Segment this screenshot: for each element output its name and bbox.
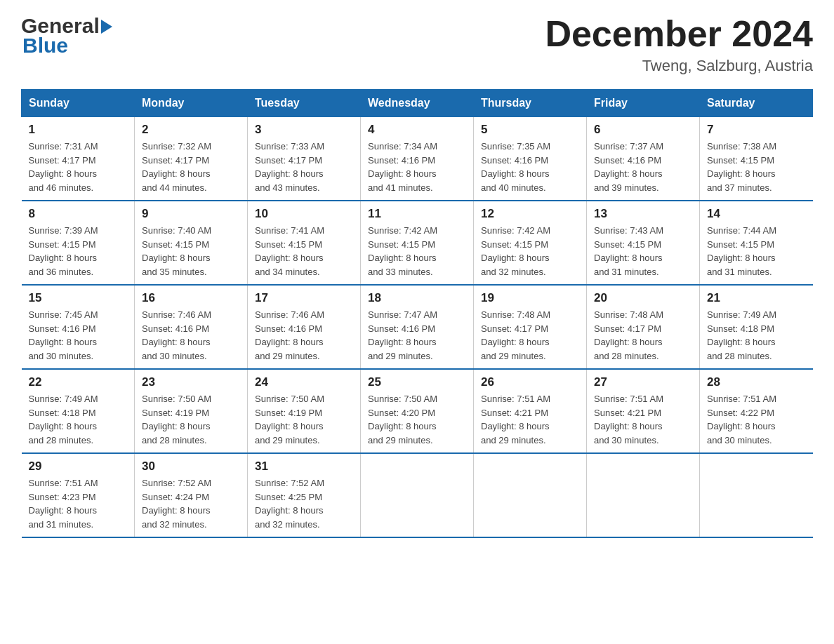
day-number: 17 [255, 291, 353, 305]
calendar-cell: 24 Sunrise: 7:50 AMSunset: 4:19 PMDaylig… [248, 369, 361, 453]
header-wednesday: Wednesday [361, 90, 474, 117]
day-number: 28 [707, 375, 806, 389]
day-info: Sunrise: 7:48 AMSunset: 4:17 PMDaylight:… [481, 309, 550, 361]
day-number: 20 [594, 291, 692, 305]
calendar-cell: 5 Sunrise: 7:35 AMSunset: 4:16 PMDayligh… [474, 117, 587, 201]
calendar-cell: 12 Sunrise: 7:42 AMSunset: 4:15 PMDaylig… [474, 201, 587, 285]
day-info: Sunrise: 7:37 AMSunset: 4:16 PMDaylight:… [594, 141, 663, 193]
day-number: 19 [481, 291, 579, 305]
header-saturday: Saturday [700, 90, 813, 117]
logo-blue-text: Blue [21, 34, 68, 58]
calendar-cell: 30 Sunrise: 7:52 AMSunset: 4:24 PMDaylig… [135, 453, 248, 537]
day-number: 12 [481, 207, 579, 221]
calendar-cell: 29 Sunrise: 7:51 AMSunset: 4:23 PMDaylig… [22, 453, 135, 537]
day-info: Sunrise: 7:49 AMSunset: 4:18 PMDaylight:… [29, 394, 98, 445]
day-number: 6 [594, 123, 692, 137]
day-number: 1 [29, 123, 128, 137]
day-info: Sunrise: 7:49 AMSunset: 4:18 PMDaylight:… [707, 309, 776, 361]
day-info: Sunrise: 7:50 AMSunset: 4:19 PMDaylight:… [255, 394, 324, 445]
day-info: Sunrise: 7:34 AMSunset: 4:16 PMDaylight:… [368, 141, 437, 193]
header-sunday: Sunday [22, 90, 135, 117]
day-info: Sunrise: 7:40 AMSunset: 4:15 PMDaylight:… [142, 225, 211, 277]
day-number: 29 [29, 459, 128, 474]
day-info: Sunrise: 7:51 AMSunset: 4:21 PMDaylight:… [594, 394, 663, 445]
day-number: 18 [368, 291, 466, 305]
day-number: 13 [594, 207, 692, 221]
day-number: 30 [142, 459, 240, 474]
calendar-week-5: 29 Sunrise: 7:51 AMSunset: 4:23 PMDaylig… [22, 453, 813, 537]
day-number: 31 [255, 459, 353, 474]
day-number: 2 [142, 123, 240, 137]
day-number: 7 [707, 123, 806, 137]
header-tuesday: Tuesday [248, 90, 361, 117]
day-info: Sunrise: 7:51 AMSunset: 4:23 PMDaylight:… [29, 478, 98, 530]
day-number: 16 [142, 291, 240, 305]
calendar-week-1: 1 Sunrise: 7:31 AMSunset: 4:17 PMDayligh… [22, 117, 813, 201]
day-info: Sunrise: 7:50 AMSunset: 4:20 PMDaylight:… [368, 394, 437, 445]
day-info: Sunrise: 7:43 AMSunset: 4:15 PMDaylight:… [594, 225, 663, 277]
day-number: 25 [368, 375, 466, 389]
day-info: Sunrise: 7:51 AMSunset: 4:21 PMDaylight:… [481, 394, 550, 445]
day-info: Sunrise: 7:44 AMSunset: 4:15 PMDaylight:… [707, 225, 776, 277]
calendar-cell: 4 Sunrise: 7:34 AMSunset: 4:16 PMDayligh… [361, 117, 474, 201]
day-number: 22 [29, 375, 128, 389]
calendar-cell: 28 Sunrise: 7:51 AMSunset: 4:22 PMDaylig… [700, 369, 813, 453]
calendar-cell: 1 Sunrise: 7:31 AMSunset: 4:17 PMDayligh… [22, 117, 135, 201]
day-info: Sunrise: 7:42 AMSunset: 4:15 PMDaylight:… [368, 225, 437, 277]
calendar-week-3: 15 Sunrise: 7:45 AMSunset: 4:16 PMDaylig… [22, 285, 813, 369]
day-info: Sunrise: 7:35 AMSunset: 4:16 PMDaylight:… [481, 141, 550, 193]
calendar-header-row: SundayMondayTuesdayWednesdayThursdayFrid… [22, 90, 813, 117]
day-info: Sunrise: 7:38 AMSunset: 4:15 PMDaylight:… [707, 141, 776, 193]
location-title: Tweng, Salzburg, Austria [545, 57, 813, 75]
calendar-cell [474, 453, 587, 537]
calendar-cell [587, 453, 700, 537]
calendar-week-4: 22 Sunrise: 7:49 AMSunset: 4:18 PMDaylig… [22, 369, 813, 453]
calendar-cell [700, 453, 813, 537]
calendar-cell: 18 Sunrise: 7:47 AMSunset: 4:16 PMDaylig… [361, 285, 474, 369]
header-monday: Monday [135, 90, 248, 117]
day-info: Sunrise: 7:47 AMSunset: 4:16 PMDaylight:… [368, 309, 437, 361]
calendar-cell: 16 Sunrise: 7:46 AMSunset: 4:16 PMDaylig… [135, 285, 248, 369]
calendar-cell: 13 Sunrise: 7:43 AMSunset: 4:15 PMDaylig… [587, 201, 700, 285]
day-number: 4 [368, 123, 466, 137]
calendar-cell: 15 Sunrise: 7:45 AMSunset: 4:16 PMDaylig… [22, 285, 135, 369]
calendar-table: SundayMondayTuesdayWednesdayThursdayFrid… [21, 89, 813, 538]
header-thursday: Thursday [474, 90, 587, 117]
day-number: 15 [29, 291, 128, 305]
calendar-cell: 11 Sunrise: 7:42 AMSunset: 4:15 PMDaylig… [361, 201, 474, 285]
calendar-cell: 2 Sunrise: 7:32 AMSunset: 4:17 PMDayligh… [135, 117, 248, 201]
header-friday: Friday [587, 90, 700, 117]
day-info: Sunrise: 7:39 AMSunset: 4:15 PMDaylight:… [29, 225, 98, 277]
calendar-cell [361, 453, 474, 537]
day-info: Sunrise: 7:33 AMSunset: 4:17 PMDaylight:… [255, 141, 324, 193]
calendar-cell: 21 Sunrise: 7:49 AMSunset: 4:18 PMDaylig… [700, 285, 813, 369]
day-info: Sunrise: 7:52 AMSunset: 4:25 PMDaylight:… [255, 478, 324, 530]
day-info: Sunrise: 7:48 AMSunset: 4:17 PMDaylight:… [594, 309, 663, 361]
day-info: Sunrise: 7:42 AMSunset: 4:15 PMDaylight:… [481, 225, 550, 277]
calendar-cell: 6 Sunrise: 7:37 AMSunset: 4:16 PMDayligh… [587, 117, 700, 201]
calendar-cell: 3 Sunrise: 7:33 AMSunset: 4:17 PMDayligh… [248, 117, 361, 201]
calendar-cell: 8 Sunrise: 7:39 AMSunset: 4:15 PMDayligh… [22, 201, 135, 285]
calendar-cell: 23 Sunrise: 7:50 AMSunset: 4:19 PMDaylig… [135, 369, 248, 453]
day-number: 14 [707, 207, 806, 221]
calendar-cell: 27 Sunrise: 7:51 AMSunset: 4:21 PMDaylig… [587, 369, 700, 453]
calendar-cell: 7 Sunrise: 7:38 AMSunset: 4:15 PMDayligh… [700, 117, 813, 201]
month-title: December 2024 [545, 14, 813, 54]
day-number: 11 [368, 207, 466, 221]
calendar-week-2: 8 Sunrise: 7:39 AMSunset: 4:15 PMDayligh… [22, 201, 813, 285]
day-number: 3 [255, 123, 353, 137]
logo: General Blue [21, 14, 112, 58]
calendar-cell: 17 Sunrise: 7:46 AMSunset: 4:16 PMDaylig… [248, 285, 361, 369]
day-number: 21 [707, 291, 806, 305]
calendar-cell: 22 Sunrise: 7:49 AMSunset: 4:18 PMDaylig… [22, 369, 135, 453]
day-info: Sunrise: 7:46 AMSunset: 4:16 PMDaylight:… [255, 309, 324, 361]
calendar-cell: 25 Sunrise: 7:50 AMSunset: 4:20 PMDaylig… [361, 369, 474, 453]
day-number: 27 [594, 375, 692, 389]
title-area: December 2024 Tweng, Salzburg, Austria [545, 14, 813, 75]
day-number: 5 [481, 123, 579, 137]
calendar-cell: 10 Sunrise: 7:41 AMSunset: 4:15 PMDaylig… [248, 201, 361, 285]
day-number: 24 [255, 375, 353, 389]
day-info: Sunrise: 7:31 AMSunset: 4:17 PMDaylight:… [29, 141, 98, 193]
day-info: Sunrise: 7:51 AMSunset: 4:22 PMDaylight:… [707, 394, 776, 445]
calendar-cell: 14 Sunrise: 7:44 AMSunset: 4:15 PMDaylig… [700, 201, 813, 285]
